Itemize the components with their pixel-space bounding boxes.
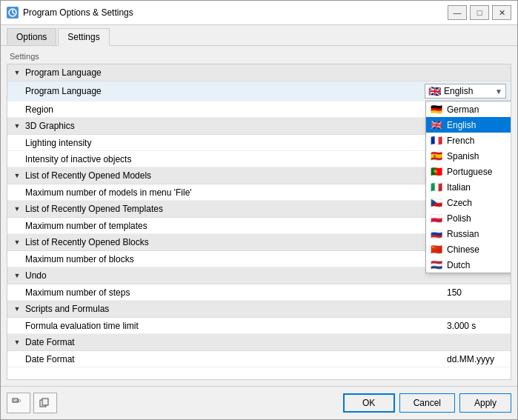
tab-options[interactable]: Options — [7, 28, 56, 45]
label-chinese: Chinese — [447, 244, 479, 255]
selected-language: English — [444, 86, 473, 96]
flag-spanish: 🇪🇸 — [431, 150, 442, 161]
section-body-program-language: Program Language 🇬🇧 English ▼ 🇩🇪 German — [7, 81, 511, 118]
dropdown-item-dutch[interactable]: 🇳🇱 Dutch — [426, 257, 511, 273]
flag-chinese: 🇨🇳 — [431, 244, 442, 255]
copy-icon — [39, 398, 52, 408]
flag-dutch: 🇳🇱 — [431, 259, 442, 270]
flag-portuguese: 🇵🇹 — [431, 166, 442, 177]
setting-row-program-language: Program Language 🇬🇧 English ▼ 🇩🇪 German — [7, 81, 511, 101]
section-title-scripts: Scripts and Formulas — [25, 304, 109, 314]
chevron-icon-3d-graphics: ▼ — [12, 121, 22, 131]
label-russian: Russian — [447, 229, 479, 239]
dropdown-item-english[interactable]: 🇬🇧 English — [426, 117, 511, 133]
flag-english: 🇬🇧 — [431, 119, 442, 130]
setting-name-program-language: Program Language — [25, 86, 425, 96]
flag-french: 🇫🇷 — [431, 135, 442, 146]
number-format-icon: 0.00 — [12, 398, 25, 408]
setting-row-date-format: Date Format dd.MM.yyyy — [7, 351, 511, 367]
label-italian: Italian — [447, 182, 471, 193]
setting-value-formula-time: 3.000 s — [447, 321, 506, 331]
svg-line-2 — [13, 13, 15, 14]
setting-name-lighting: Lighting intensity — [25, 138, 447, 148]
label-czech: Czech — [447, 198, 472, 208]
setting-value-max-steps: 150 — [447, 287, 506, 298]
setting-row-max-steps: Maximum number of steps 150 — [7, 284, 511, 301]
section-body-date-format: Date Format dd.MM.yyyy — [7, 351, 511, 367]
setting-name-date-format: Date Format — [25, 354, 447, 364]
dropdown-item-czech[interactable]: 🇨🇿 Czech — [426, 195, 511, 210]
label-polish: Polish — [447, 213, 471, 224]
label-portuguese: Portuguese — [447, 167, 492, 177]
footer-right-buttons: OK Cancel Apply — [343, 393, 511, 413]
language-dropdown-popup: 🇩🇪 German 🇬🇧 English 🇫🇷 French — [425, 101, 511, 273]
chevron-icon-program-language: ▼ — [12, 67, 22, 78]
dropdown-item-spanish[interactable]: 🇪🇸 Spanish — [426, 148, 511, 164]
setting-name-max-templates: Maximum number of templates — [25, 221, 447, 231]
section-title-program-language: Program Language — [25, 67, 102, 78]
settings-section-label: Settings — [7, 52, 511, 61]
footer-icon-btn-1[interactable]: 0.00 — [7, 393, 30, 413]
dropdown-item-italian[interactable]: 🇮🇹 Italian — [426, 179, 511, 195]
selected-flag: 🇬🇧 — [428, 85, 441, 97]
chevron-icon-templates: ▼ — [12, 204, 22, 214]
section-title-date-format: Date Format — [25, 337, 75, 347]
setting-name-formula-time: Formula evaluation time limit — [25, 321, 447, 331]
chevron-icon-undo: ▼ — [12, 270, 22, 281]
section-body-undo: Maximum number of steps 150 — [7, 284, 511, 301]
setting-name-inactive: Intensity of inactive objects — [25, 154, 447, 164]
cancel-button[interactable]: Cancel — [399, 393, 455, 413]
flag-german: 🇩🇪 — [431, 104, 442, 115]
setting-name-region: Region — [25, 104, 447, 115]
window-icon — [7, 7, 19, 19]
footer-icon-btn-2[interactable] — [33, 393, 57, 413]
flag-polish: 🇵🇱 — [431, 213, 442, 224]
footer: 0.00 OK Cancel Apply — [1, 386, 517, 419]
chevron-icon-models: ▼ — [12, 170, 22, 181]
close-button[interactable]: ✕ — [492, 5, 511, 20]
svg-text:0.00: 0.00 — [13, 399, 21, 403]
label-german: German — [447, 104, 479, 115]
dropdown-item-german[interactable]: 🇩🇪 German — [426, 101, 511, 117]
svg-rect-6 — [42, 399, 48, 405]
flag-czech: 🇨🇿 — [431, 197, 442, 208]
label-spanish: Spanish — [447, 151, 479, 161]
title-bar: Program Options & Settings — □ ✕ — [1, 1, 517, 25]
label-dutch: Dutch — [447, 260, 470, 270]
dropdown-chevron-icon: ▼ — [495, 87, 502, 96]
dropdown-item-french[interactable]: 🇫🇷 French — [426, 133, 511, 148]
setting-name-max-steps: Maximum number of steps — [25, 287, 447, 298]
dropdown-item-chinese[interactable]: 🇨🇳 Chinese — [426, 241, 511, 257]
dropdown-item-portuguese[interactable]: 🇵🇹 Portuguese — [426, 164, 511, 179]
section-title-templates: List of Recently Opened Templates — [25, 204, 163, 214]
tab-bar: Options Settings — [1, 25, 517, 46]
maximize-button[interactable]: □ — [470, 5, 489, 20]
apply-button[interactable]: Apply — [459, 393, 511, 413]
minimize-button[interactable]: — — [448, 5, 467, 20]
section-body-scripts: Formula evaluation time limit 3.000 s — [7, 318, 511, 334]
section-header-program-language[interactable]: ▼ Program Language — [7, 64, 511, 81]
section-header-date-format[interactable]: ▼ Date Format — [7, 334, 511, 351]
flag-russian: 🇷🇺 — [431, 228, 442, 239]
setting-name-max-blocks: Maximum number of blocks — [25, 254, 447, 264]
content-area: Settings ▼ Program Language Program Lang… — [1, 46, 517, 386]
tab-settings[interactable]: Settings — [58, 28, 109, 46]
label-french: French — [447, 136, 474, 146]
chevron-icon-scripts: ▼ — [12, 304, 22, 314]
label-english: English — [447, 120, 476, 130]
language-dropdown[interactable]: 🇬🇧 English ▼ 🇩🇪 German 🇬🇧 English — [425, 84, 506, 99]
setting-value-date-format: dd.MM.yyyy — [447, 354, 506, 364]
setting-row-formula-time: Formula evaluation time limit 3.000 s — [7, 318, 511, 334]
section-title-blocks: List of Recently Opened Blocks — [25, 237, 149, 247]
section-title-models: List of Recently Opened Models — [25, 170, 151, 181]
main-window: Program Options & Settings — □ ✕ Options… — [0, 0, 518, 420]
window-controls: — □ ✕ — [448, 5, 511, 20]
dropdown-item-russian[interactable]: 🇷🇺 Russian — [426, 226, 511, 241]
section-header-scripts[interactable]: ▼ Scripts and Formulas — [7, 301, 511, 318]
settings-panel: ▼ Program Language Program Language 🇬🇧 E… — [7, 64, 511, 380]
section-title-undo: Undo — [25, 270, 47, 281]
ok-button[interactable]: OK — [343, 393, 395, 413]
dropdown-item-polish[interactable]: 🇵🇱 Polish — [426, 210, 511, 226]
chevron-icon-blocks: ▼ — [12, 237, 22, 247]
window-title: Program Options & Settings — [23, 7, 448, 18]
